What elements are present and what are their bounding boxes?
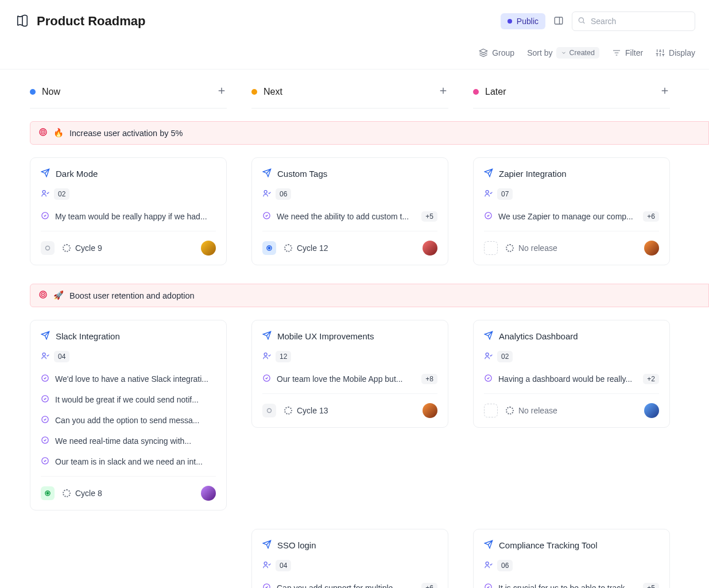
insight-row[interactable]: We need real-time data syncing with... bbox=[41, 434, 216, 448]
svg-point-8 bbox=[264, 191, 267, 194]
insight-row[interactable]: Having a dashboard would be really... +2 bbox=[484, 372, 659, 386]
column-header: Now bbox=[30, 86, 227, 109]
more-count-badge[interactable]: +5 bbox=[421, 211, 437, 222]
cycle-label[interactable]: Cycle 9 bbox=[63, 243, 102, 253]
insight-row[interactable]: It is crucial for us to be able to track… bbox=[484, 581, 659, 588]
roadmap-card[interactable]: SSO login 04 Can you add support for mul… bbox=[251, 529, 448, 588]
objective-emoji: 🚀 bbox=[53, 291, 64, 300]
insight-icon bbox=[41, 436, 49, 446]
add-card-button[interactable] bbox=[660, 86, 670, 98]
display-label: Display bbox=[669, 48, 695, 57]
svg-point-25 bbox=[264, 353, 267, 356]
roadmap-card[interactable]: Zapier Integration 07 We use Zapier to m… bbox=[473, 157, 670, 265]
column-header: Later bbox=[473, 86, 670, 109]
card-title: SSO login bbox=[277, 540, 316, 550]
sortby-value-chip[interactable]: Created bbox=[556, 47, 599, 59]
svg-point-4 bbox=[42, 131, 43, 132]
roadmap-card[interactable]: Dark Mode 02 My team would be really hap… bbox=[30, 157, 227, 265]
insight-row[interactable]: We'd love to have a native Slack integra… bbox=[41, 372, 216, 386]
column-dot-icon bbox=[473, 89, 479, 95]
group-button[interactable]: Group bbox=[479, 48, 514, 57]
visibility-label: Public bbox=[517, 17, 538, 26]
objective-title: Increase user activation by 5% bbox=[69, 129, 183, 138]
group-label: Group bbox=[492, 48, 514, 57]
roadmap-card[interactable]: Compliance Tracking Tool 06 It is crucia… bbox=[473, 529, 670, 588]
objective-banner[interactable]: 🔥 Increase user activation by 5% bbox=[30, 121, 709, 145]
feature-icon bbox=[262, 331, 272, 342]
insight-row[interactable]: We need the ability to add custom t... +… bbox=[262, 209, 437, 224]
insight-row[interactable]: My team would be really happy if we had.… bbox=[41, 209, 216, 224]
feature-icon bbox=[262, 540, 272, 551]
cycle-label[interactable]: Cycle 12 bbox=[284, 243, 328, 253]
feature-icon bbox=[262, 168, 272, 179]
display-button[interactable]: Display bbox=[656, 48, 695, 57]
insight-row[interactable]: Can you add support for multiple... +6 bbox=[262, 581, 437, 588]
sortby-value: Created bbox=[569, 49, 594, 57]
feature-icon bbox=[484, 540, 493, 551]
customer-count: 07 bbox=[497, 188, 513, 200]
customers-icon bbox=[484, 351, 493, 362]
cycle-icon bbox=[506, 244, 514, 252]
target-icon bbox=[38, 127, 48, 138]
svg-point-28 bbox=[486, 353, 489, 356]
sortby-button[interactable]: Sort by Created bbox=[527, 47, 599, 59]
status-icon bbox=[484, 241, 498, 255]
cycle-text: Cycle 12 bbox=[297, 243, 328, 253]
assignee-avatar[interactable] bbox=[644, 403, 659, 418]
roadmap-card[interactable]: Custom Tags 06 We need the ability to ad… bbox=[251, 157, 448, 265]
svg-point-1 bbox=[579, 18, 583, 22]
cycle-text: Cycle 9 bbox=[75, 243, 102, 253]
customer-count: 12 bbox=[276, 351, 291, 362]
insight-row[interactable]: Our team is in slack and we need an int.… bbox=[41, 454, 216, 469]
insight-icon bbox=[41, 211, 49, 222]
add-card-button[interactable] bbox=[216, 86, 227, 98]
insight-icon bbox=[484, 211, 493, 222]
add-card-button[interactable] bbox=[438, 86, 448, 98]
assignee-avatar[interactable] bbox=[423, 403, 437, 418]
visibility-badge[interactable]: Public bbox=[501, 13, 545, 29]
insight-text: We use Zapier to manage our comp... bbox=[498, 212, 637, 221]
insight-row[interactable]: Our team love the Mobile App but... +8 bbox=[262, 372, 437, 386]
assignee-avatar[interactable] bbox=[201, 241, 216, 256]
card-title: Compliance Tracking Tool bbox=[499, 540, 597, 550]
panel-toggle-icon[interactable] bbox=[553, 16, 564, 28]
customer-count: 04 bbox=[54, 351, 69, 362]
cycle-label[interactable]: No release bbox=[506, 243, 557, 253]
cycle-icon bbox=[63, 244, 71, 252]
insight-icon bbox=[41, 394, 49, 405]
insight-row[interactable]: We use Zapier to manage our comp... +6 bbox=[484, 209, 659, 224]
column-title: Later bbox=[485, 87, 506, 97]
roadmap-card[interactable]: Slack Integration 04 We'd love to have a… bbox=[30, 320, 227, 510]
assignee-avatar[interactable] bbox=[201, 486, 216, 501]
objective-banner[interactable]: 🚀 Boost user retention and adoption bbox=[30, 284, 709, 307]
card-title: Slack Integration bbox=[56, 331, 120, 341]
sortby-label: Sort by bbox=[527, 48, 552, 57]
assignee-avatar[interactable] bbox=[423, 241, 437, 256]
insight-text: It would be great if we could send notif… bbox=[55, 395, 216, 404]
roadmap-card[interactable]: Mobile UX Improvements 12 Our team love … bbox=[251, 320, 448, 428]
insight-text: Can you add the option to send messa... bbox=[55, 416, 216, 425]
insight-row[interactable]: Can you add the option to send messa... bbox=[41, 413, 216, 428]
customers-icon bbox=[262, 560, 271, 571]
search-icon bbox=[578, 17, 586, 26]
insight-row[interactable]: It would be great if we could send notif… bbox=[41, 392, 216, 407]
more-count-badge[interactable]: +6 bbox=[643, 211, 659, 222]
insight-text: Our team love the Mobile App but... bbox=[277, 374, 416, 384]
customers-icon bbox=[484, 560, 493, 571]
roadmap-card[interactable]: Analytics Dashboard 02 Having a dashboar… bbox=[473, 320, 670, 428]
objective-emoji: 🔥 bbox=[53, 128, 64, 138]
cycle-label[interactable]: Cycle 13 bbox=[284, 406, 328, 415]
card-title: Custom Tags bbox=[277, 169, 327, 179]
more-count-badge[interactable]: +5 bbox=[643, 583, 659, 588]
more-count-badge[interactable]: +6 bbox=[421, 583, 437, 588]
cycle-label[interactable]: No release bbox=[506, 406, 557, 415]
filter-button[interactable]: Filter bbox=[612, 48, 643, 57]
status-icon bbox=[262, 241, 276, 255]
more-count-badge[interactable]: +8 bbox=[421, 374, 437, 384]
more-count-badge[interactable]: +2 bbox=[643, 374, 659, 384]
search-input[interactable] bbox=[572, 11, 695, 31]
filter-label: Filter bbox=[625, 48, 643, 57]
cycle-icon bbox=[506, 407, 514, 415]
cycle-label[interactable]: Cycle 8 bbox=[63, 489, 102, 498]
assignee-avatar[interactable] bbox=[644, 241, 659, 256]
